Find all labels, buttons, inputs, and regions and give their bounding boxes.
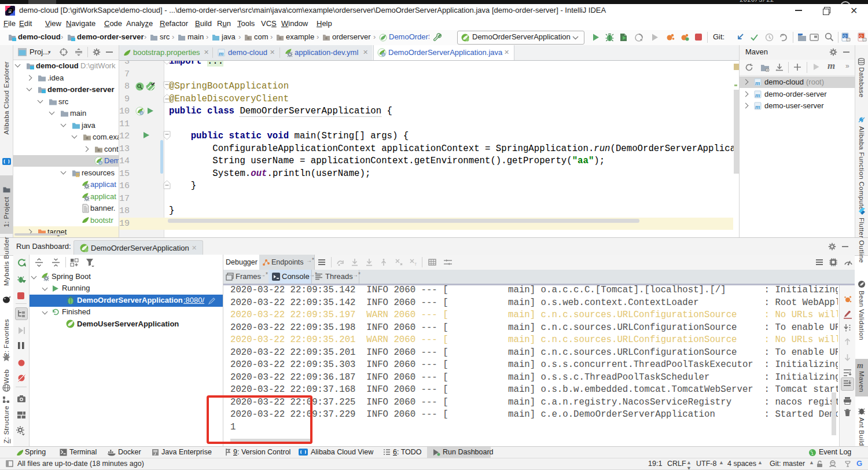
svg-text:IJ: IJ <box>9 9 12 12</box>
svg-text:1: 1 <box>811 451 814 456</box>
svg-text:Q: Q <box>859 34 863 39</box>
svg-text:Q: Q <box>843 34 847 39</box>
svg-text:T: T <box>414 262 417 266</box>
